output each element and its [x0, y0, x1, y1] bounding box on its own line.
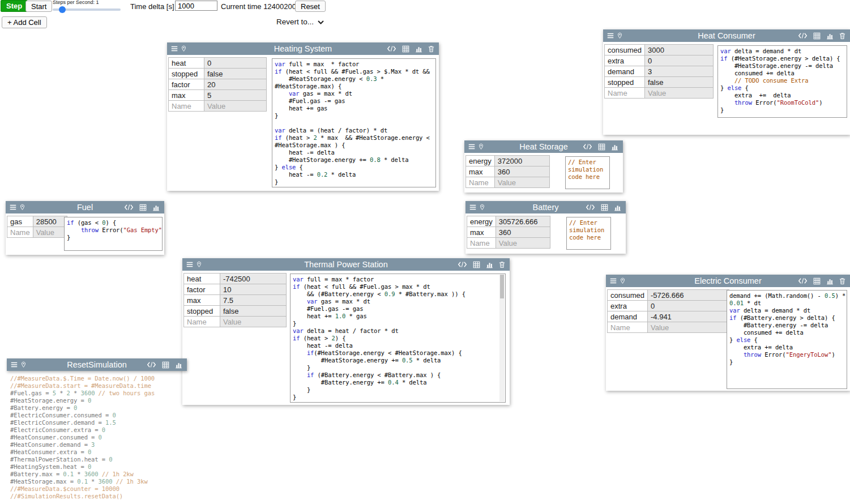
panel-header[interactable]: Fuel — [6, 201, 164, 213]
code-editor[interactable]: if (gas < 0) { throw Error("Gas Empty")} — [64, 217, 163, 251]
variable-value-cell[interactable]: Value — [204, 101, 267, 112]
variable-value-cell[interactable]: 372000 — [494, 156, 549, 166]
chart-icon[interactable] — [415, 45, 422, 53]
table-icon[interactable] — [139, 204, 147, 211]
table-icon[interactable] — [402, 45, 409, 53]
trash-icon[interactable] — [839, 277, 845, 285]
code-icon[interactable] — [583, 143, 592, 150]
menu-icon[interactable] — [468, 143, 476, 151]
code-editor[interactable]: // Enter simulation code here — [565, 156, 610, 189]
variable-name-cell[interactable]: max — [466, 166, 495, 177]
reset-button[interactable]: Reset — [295, 1, 326, 12]
variable-name-cell[interactable]: consumed — [605, 45, 645, 55]
variable-value-cell[interactable]: Value — [644, 88, 713, 99]
panel-header[interactable]: Electric Consumer — [606, 275, 850, 287]
pin-icon[interactable] — [478, 143, 484, 151]
pin-icon[interactable] — [479, 203, 485, 211]
variable-value-cell[interactable]: false — [644, 77, 713, 88]
variable-value-cell[interactable]: 20 — [204, 79, 267, 90]
variable-name-cell[interactable]: Name — [608, 322, 648, 333]
table-icon[interactable] — [598, 143, 605, 151]
variable-value-cell[interactable]: 360 — [496, 227, 550, 238]
variable-value-cell[interactable]: Value — [220, 317, 287, 327]
variable-name-cell[interactable]: energy — [466, 156, 495, 166]
variable-value-cell[interactable]: 7.5 — [220, 295, 287, 306]
table-icon[interactable] — [813, 277, 821, 285]
variable-name-cell[interactable]: Name — [184, 317, 220, 327]
variable-value-cell[interactable]: 10 — [220, 284, 287, 295]
menu-icon[interactable] — [170, 45, 178, 53]
code-icon[interactable] — [147, 361, 156, 368]
code-icon[interactable] — [387, 45, 396, 52]
steps-per-second-slider[interactable] — [53, 6, 121, 13]
panel-header[interactable]: Heating System — [167, 42, 439, 55]
panel-header[interactable]: Battery — [465, 201, 626, 213]
variable-value-cell[interactable]: 360 — [494, 166, 549, 177]
variable-value-cell[interactable]: -4.941 — [647, 311, 729, 322]
scrollbar[interactable] — [499, 275, 505, 402]
pin-icon[interactable] — [196, 260, 202, 268]
code-icon[interactable] — [586, 204, 595, 211]
variable-name-cell[interactable]: energy — [467, 216, 496, 227]
variable-name-cell[interactable]: heat — [169, 58, 204, 69]
chart-icon[interactable] — [486, 261, 493, 268]
time-delta-input[interactable] — [175, 1, 217, 11]
trash-icon[interactable] — [499, 261, 505, 268]
code-editor[interactable]: var full = max * factorif (heat < full &… — [290, 274, 506, 403]
variable-name-cell[interactable]: Name — [169, 101, 204, 112]
code-editor[interactable]: var delta = demand * dtif (#HeatStorage.… — [717, 45, 847, 118]
add-cell-button[interactable]: + Add Cell — [2, 16, 47, 28]
variable-value-cell[interactable]: 0 — [644, 55, 713, 66]
variable-value-cell[interactable]: 0 — [647, 301, 729, 311]
pin-icon[interactable] — [19, 203, 25, 211]
panel-header[interactable]: Heat Storage — [464, 140, 623, 153]
variable-value-cell[interactable]: -5726.666 — [647, 290, 729, 301]
trash-icon[interactable] — [428, 45, 434, 53]
variable-name-cell[interactable]: extra — [605, 55, 645, 66]
table-icon[interactable] — [813, 32, 821, 40]
code-icon[interactable] — [798, 32, 808, 39]
revert-dropdown[interactable]: Revert to... — [276, 18, 324, 26]
menu-icon[interactable] — [186, 260, 194, 268]
chart-icon[interactable] — [611, 143, 618, 151]
code-editor[interactable]: var full = max * factorif (heat < full &… — [272, 58, 436, 187]
variable-name-cell[interactable]: extra — [608, 301, 648, 311]
pin-icon[interactable] — [181, 45, 187, 53]
variable-value-cell[interactable]: Value — [494, 177, 549, 188]
variable-value-cell[interactable]: 3000 — [644, 45, 713, 55]
variable-value-cell[interactable]: Value — [33, 227, 67, 238]
variable-value-cell[interactable]: false — [220, 306, 287, 317]
variable-value-cell[interactable]: 5 — [204, 90, 267, 101]
code-editor[interactable]: // Enter simulation code here — [566, 217, 611, 250]
variable-value-cell[interactable]: 0 — [204, 58, 267, 69]
variable-name-cell[interactable]: demand — [608, 311, 648, 322]
menu-icon[interactable] — [469, 203, 477, 211]
pin-icon[interactable] — [20, 361, 27, 369]
chart-icon[interactable] — [175, 361, 182, 369]
pin-icon[interactable] — [617, 32, 623, 40]
chart-icon[interactable] — [152, 204, 160, 211]
variable-value-cell[interactable]: Value — [647, 322, 729, 333]
variable-value-cell[interactable]: false — [204, 69, 267, 79]
menu-icon[interactable] — [609, 277, 617, 285]
variable-name-cell[interactable]: factor — [184, 284, 220, 295]
chart-icon[interactable] — [826, 32, 834, 40]
variable-name-cell[interactable]: max — [169, 90, 204, 101]
chart-icon[interactable] — [614, 204, 621, 211]
variable-name-cell[interactable]: factor — [169, 79, 204, 90]
variable-value-cell[interactable]: 28500 — [33, 216, 67, 227]
variable-name-cell[interactable]: Name — [7, 227, 33, 238]
variable-value-cell[interactable]: 3 — [644, 66, 713, 77]
pin-icon[interactable] — [620, 277, 626, 285]
variable-name-cell[interactable]: stopped — [184, 306, 220, 317]
table-icon[interactable] — [473, 261, 480, 268]
variable-name-cell[interactable]: max — [184, 295, 220, 306]
menu-icon[interactable] — [9, 203, 17, 211]
variable-name-cell[interactable]: max — [467, 227, 496, 238]
table-icon[interactable] — [162, 361, 169, 369]
variable-value-cell[interactable]: 305726.666 — [496, 216, 550, 227]
variable-value-cell[interactable]: Value — [496, 238, 550, 249]
panel-header[interactable]: ResetSimulation — [7, 358, 187, 371]
variable-name-cell[interactable]: Name — [466, 177, 495, 188]
menu-icon[interactable] — [10, 361, 18, 369]
